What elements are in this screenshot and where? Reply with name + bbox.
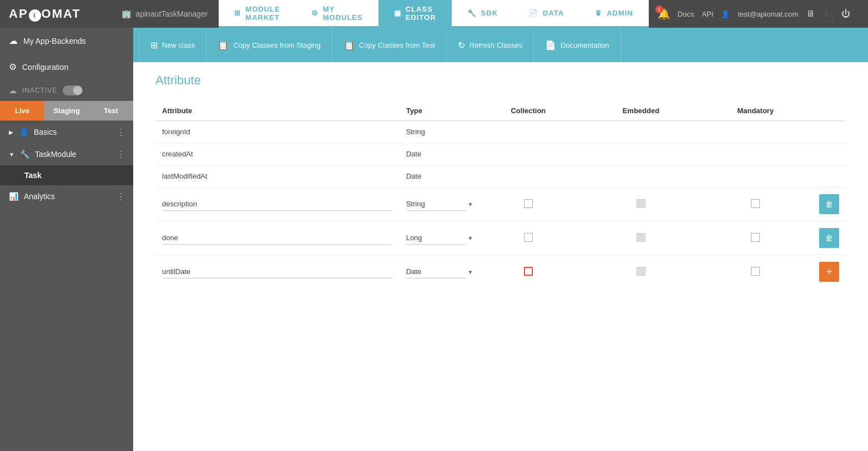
- untildate-collection-checkbox[interactable]: [524, 267, 533, 276]
- sidebar-sub-item-task[interactable]: Task: [0, 165, 133, 185]
- copy-test-icon: 📋: [344, 40, 355, 50]
- done-mandatory-checkbox[interactable]: [751, 233, 760, 242]
- attr-done[interactable]: [155, 221, 400, 255]
- type-arrow-icon: ▼: [468, 201, 473, 207]
- notification-bell[interactable]: 🔔 1: [658, 8, 670, 20]
- description-input[interactable]: [162, 197, 393, 211]
- more-icon-taskmodule[interactable]: ⋮: [117, 149, 125, 160]
- env-tab-live[interactable]: Live: [0, 101, 44, 120]
- tab-data[interactable]: 📄 DATA: [513, 0, 579, 26]
- app-name-area: 🏢 apinautTaskManager: [110, 0, 219, 28]
- type-foreignid: String: [400, 121, 473, 143]
- inactive-toggle[interactable]: [63, 85, 83, 95]
- type-description[interactable]: String Date Long ▼: [400, 188, 473, 221]
- type-arrow-untildate-icon: ▼: [468, 269, 473, 275]
- table-row: lastModifiedAt Date: [155, 165, 846, 188]
- crown-icon: ♛: [595, 9, 602, 17]
- power-icon[interactable]: ⏻: [841, 9, 850, 19]
- sidebar-status: ☁ INACTIVE: [0, 80, 133, 101]
- cloud-icon-small: ☁: [9, 86, 17, 95]
- main-layout: ☁ My App-Backends ⚙ Configuration ☁ INAC…: [0, 28, 868, 451]
- type-untildate[interactable]: String Date Long ▼: [400, 255, 473, 289]
- refresh-classes-button[interactable]: ↻ Refresh Classes: [447, 28, 534, 62]
- done-collection-checkbox[interactable]: [524, 233, 533, 242]
- type-createdat: Date: [400, 143, 473, 165]
- col-header-embedded: Embedded: [583, 101, 698, 121]
- sidebar-section-analytics[interactable]: 📊 Analytics ⋮: [0, 185, 133, 207]
- cog-icon: ⚙: [311, 9, 319, 17]
- table-row: foreignId String: [155, 121, 846, 143]
- chevron-down-icon: ▼: [9, 151, 14, 158]
- copy-from-test-button[interactable]: 📋 Copy Classes from Test: [332, 28, 447, 62]
- building-icon: 🏢: [122, 9, 131, 18]
- table-header-row: Attribute Type Collection Embedded Manda…: [155, 101, 846, 121]
- untildate-type-select[interactable]: String Date Long: [406, 265, 467, 278]
- person-icon: 👤: [19, 128, 28, 136]
- copy-staging-icon: 📋: [218, 40, 229, 50]
- grid-icon: ⊞: [234, 9, 241, 17]
- monitor-icon[interactable]: 🖥: [806, 9, 815, 19]
- description-type-select[interactable]: String Date Long: [406, 197, 467, 211]
- more-icon-basics[interactable]: ⋮: [117, 127, 125, 138]
- attr-description[interactable]: [155, 188, 400, 221]
- api-link[interactable]: API: [702, 10, 713, 18]
- copy-from-staging-button[interactable]: 📋 Copy Classes from Staging: [206, 28, 332, 62]
- more-icon-analytics[interactable]: ⋮: [117, 191, 125, 202]
- chevron-right-icon: ▶: [9, 129, 13, 135]
- sidebar-item-configuration[interactable]: ⚙ Configuration: [0, 54, 133, 80]
- type-done[interactable]: String Date Long ▼: [400, 221, 473, 255]
- untildate-embedded-checkbox: [637, 267, 645, 276]
- refresh-icon: ↻: [458, 40, 465, 50]
- type-arrow-done-icon: ▼: [468, 235, 473, 241]
- attribute-table: Attribute Type Collection Embedded Manda…: [155, 101, 846, 288]
- tab-class-editor[interactable]: ▣ CLASS EDITOR: [379, 0, 452, 31]
- done-type-select[interactable]: String Date Long: [406, 231, 467, 245]
- description-mandatory-checkbox[interactable]: [751, 199, 760, 208]
- sidebar-section-basics[interactable]: ▶ 👤 Basics ⋮: [0, 121, 133, 143]
- notification-count: 1: [655, 6, 663, 13]
- attr-untildate[interactable]: [155, 255, 400, 289]
- user-icon: 👤: [721, 10, 730, 18]
- type-lastmodifiedat: Date: [400, 165, 473, 188]
- attr-foreignid: foreignId: [155, 121, 400, 143]
- header-right: 🔔 1 Docs API 👤 test@apiomat.com 🖥 📞 ⏻: [649, 0, 859, 28]
- done-delete-button[interactable]: 🗑: [819, 228, 839, 248]
- doc-icon: 📄: [545, 40, 556, 50]
- col-header-mandatory: Mandatory: [698, 101, 813, 121]
- new-class-button[interactable]: ⊞ New class: [139, 28, 206, 62]
- untildate-input[interactable]: [162, 265, 393, 278]
- tab-module-market[interactable]: ⊞ MODULE MARKET: [219, 0, 295, 31]
- untildate-add-button[interactable]: +: [819, 262, 839, 282]
- table-row: String Date Long ▼: [155, 188, 846, 221]
- new-class-icon: ⊞: [150, 40, 158, 50]
- docs-link[interactable]: Docs: [678, 10, 694, 18]
- col-header-type: Type: [400, 101, 473, 121]
- page-title: Attribute: [155, 73, 846, 88]
- attr-createdat: createdAt: [155, 143, 400, 165]
- description-embedded-checkbox: [637, 199, 645, 208]
- user-email[interactable]: test@apiomat.com: [738, 10, 798, 18]
- settings-icon: ⚙: [9, 62, 17, 72]
- toggle-knob: [73, 86, 82, 95]
- env-tab-test[interactable]: Test: [89, 101, 133, 120]
- table-row: String Date Long ▼: [155, 221, 846, 255]
- description-collection-checkbox[interactable]: [524, 199, 533, 208]
- tab-admin[interactable]: ♛ ADMIN: [579, 0, 649, 26]
- description-delete-button[interactable]: 🗑: [819, 194, 839, 214]
- file-icon: 📄: [529, 9, 538, 17]
- wrench-icon-sidebar: 🔧: [20, 150, 29, 159]
- tab-sdk[interactable]: 🔧 SDK: [452, 0, 513, 26]
- nav-tabs: ⊞ MODULE MARKET ⚙ MY MODULES ▣ CLASS EDI…: [219, 0, 648, 28]
- env-tab-staging[interactable]: Staging: [44, 101, 89, 120]
- support-icon[interactable]: 📞: [822, 9, 834, 19]
- main-content: Attribute Attribute Type Collection Embe…: [133, 62, 868, 451]
- untildate-mandatory-checkbox[interactable]: [751, 267, 760, 276]
- tab-my-modules[interactable]: ⚙ MY MODULES: [296, 0, 379, 31]
- sidebar-item-my-app-backends[interactable]: ☁ My App-Backends: [0, 28, 133, 54]
- card-icon: ▣: [394, 9, 401, 17]
- col-header-action: [813, 101, 846, 121]
- documentation-button[interactable]: 📄 Documentation: [534, 28, 620, 62]
- done-input[interactable]: [162, 231, 393, 245]
- sidebar-section-taskmodule[interactable]: ▼ 🔧 TaskModule ⋮: [0, 143, 133, 165]
- toolbar: ⊞ New class 📋 Copy Classes from Staging …: [133, 28, 868, 62]
